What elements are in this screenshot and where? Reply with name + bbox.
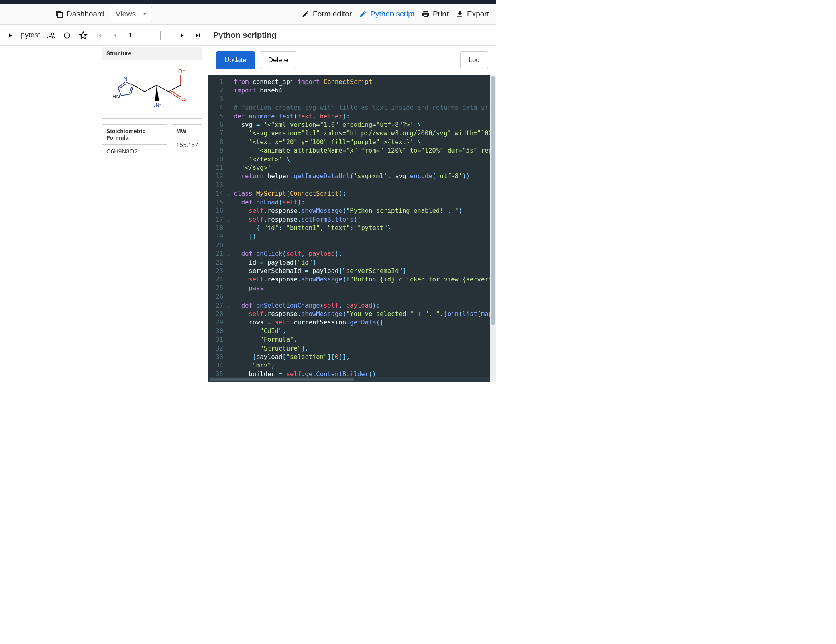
form-editor-label: Form editor bbox=[313, 10, 352, 18]
log-button[interactable]: Log bbox=[460, 51, 488, 69]
svg-rect-1 bbox=[58, 13, 63, 18]
formula-header: Stoichiometric Formula bbox=[102, 125, 167, 145]
toolbar-title: pytest bbox=[21, 31, 40, 39]
editor-horizontal-scrollbar[interactable] bbox=[208, 377, 490, 382]
window-top-strip bbox=[0, 0, 496, 4]
export-label: Export bbox=[467, 10, 489, 18]
svg-point-3 bbox=[51, 33, 54, 35]
left-pane: Structure N HN bbox=[0, 46, 208, 382]
go-first-icon[interactable] bbox=[94, 30, 104, 41]
main-area: Structure N HN bbox=[0, 46, 496, 382]
editor-gutter: 1234567891011121314151617181920212223242… bbox=[208, 75, 226, 382]
star-icon[interactable] bbox=[78, 30, 88, 41]
scrollbar-thumb[interactable] bbox=[491, 76, 495, 325]
views-label: Views bbox=[116, 10, 136, 18]
python-script-link[interactable]: Python script bbox=[359, 10, 414, 18]
pencil-icon bbox=[359, 10, 367, 18]
formula-cell: Stoichiometric Formula C6H9N3O2 bbox=[102, 124, 167, 158]
svg-marker-5 bbox=[155, 85, 159, 101]
right-pane: Update Delete Log 1234567891011121314151… bbox=[208, 46, 496, 382]
atom-O: O bbox=[181, 96, 186, 102]
page-ellipsis: ... bbox=[166, 32, 171, 39]
play-icon[interactable] bbox=[5, 30, 15, 41]
editor-code-area[interactable]: from connect_api import ConnectScript im… bbox=[231, 75, 496, 377]
pencil-icon bbox=[302, 10, 310, 18]
left-toolbar: pytest ... bbox=[0, 25, 208, 46]
main-header: Dashboard Views ▼ Form editor Python scr… bbox=[0, 4, 496, 25]
dashboard-link[interactable]: Dashboard bbox=[55, 10, 104, 18]
form-editor-link[interactable]: Form editor bbox=[302, 10, 352, 18]
atom-N1: N bbox=[124, 76, 127, 82]
python-script-label: Python script bbox=[370, 10, 414, 18]
formula-value: C6H9N3O2 bbox=[102, 145, 167, 158]
print-label: Print bbox=[433, 10, 449, 18]
dashboard-icon bbox=[55, 10, 63, 18]
mw-header: MW bbox=[172, 125, 202, 138]
print-link[interactable]: Print bbox=[422, 10, 449, 18]
svg-rect-0 bbox=[57, 12, 61, 16]
scrollbar-thumb[interactable] bbox=[210, 378, 354, 381]
update-button[interactable]: Update bbox=[216, 51, 255, 69]
atom-O-minus: O⁻ bbox=[178, 68, 185, 74]
structure-card: Structure N HN bbox=[102, 47, 202, 119]
editor-vertical-scrollbar[interactable] bbox=[490, 75, 496, 382]
structure-drawing[interactable]: N HN H₃N⁺ bbox=[102, 60, 202, 118]
atom-N2: HN bbox=[112, 94, 120, 100]
right-pane-title: Python scripting bbox=[213, 31, 277, 40]
download-icon bbox=[456, 10, 464, 18]
dashboard-label: Dashboard bbox=[67, 10, 104, 18]
go-last-icon[interactable] bbox=[193, 30, 203, 41]
right-action-bar: Update Delete Log bbox=[208, 46, 496, 75]
structure-card-title: Structure bbox=[102, 47, 202, 60]
right-title-bar: Python scripting bbox=[208, 25, 496, 46]
delete-button[interactable]: Delete bbox=[260, 51, 296, 69]
people-icon[interactable] bbox=[46, 30, 56, 41]
code-editor[interactable]: 1234567891011121314151617181920212223242… bbox=[208, 75, 496, 382]
export-link[interactable]: Export bbox=[456, 10, 489, 18]
svg-point-2 bbox=[49, 33, 51, 35]
mw-value: 155.157 bbox=[172, 138, 202, 151]
views-dropdown[interactable]: Views ▼ bbox=[110, 6, 152, 22]
molecule-icon[interactable] bbox=[62, 30, 72, 41]
go-next-icon[interactable] bbox=[177, 30, 187, 41]
chevron-down-icon: ▼ bbox=[142, 11, 147, 17]
mw-cell: MW 155.157 bbox=[172, 124, 202, 158]
print-icon bbox=[422, 10, 430, 18]
go-prev-icon[interactable] bbox=[110, 30, 120, 41]
atom-NH3: H₃N⁺ bbox=[150, 102, 161, 108]
page-number-input[interactable] bbox=[126, 31, 161, 40]
svg-marker-4 bbox=[64, 32, 69, 38]
editor-fold-gutter[interactable]: ⌄ ⌄⌄ ⌄ ⌄ ⌄ ⌄ bbox=[226, 75, 231, 382]
